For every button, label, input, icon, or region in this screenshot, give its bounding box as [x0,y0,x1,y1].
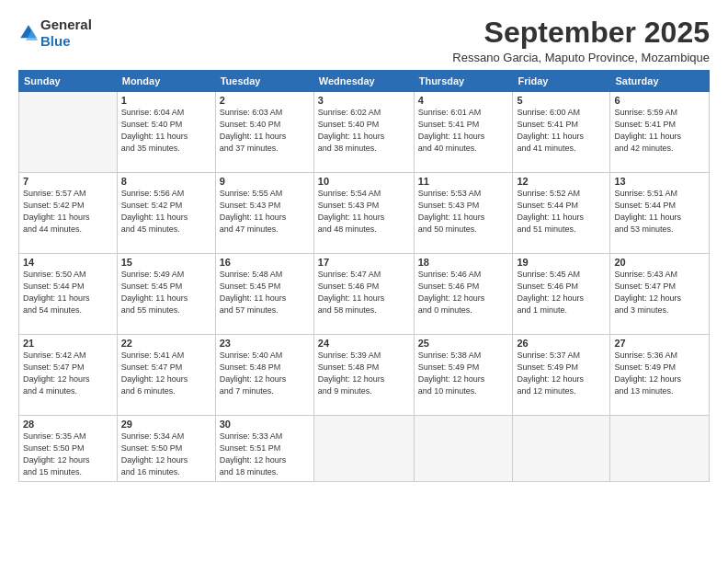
day-number: 20 [614,257,705,268]
day-info: Sunrise: 5:57 AM Sunset: 5:42 PM Dayligh… [23,188,113,236]
day-info: Sunrise: 5:51 AM Sunset: 5:44 PM Dayligh… [614,188,705,236]
day-number: 17 [318,257,410,268]
col-saturday: Saturday [610,71,710,92]
table-row: 19Sunrise: 5:45 AM Sunset: 5:46 PM Dayli… [513,254,610,335]
table-row: 24Sunrise: 5:39 AM Sunset: 5:48 PM Dayli… [313,335,414,416]
day-number: 12 [517,176,606,187]
day-number: 24 [318,338,410,349]
col-friday: Friday [513,71,610,92]
day-info: Sunrise: 5:41 AM Sunset: 5:47 PM Dayligh… [121,350,211,397]
table-row: 8Sunrise: 5:56 AM Sunset: 5:42 PM Daylig… [117,173,215,254]
logo-blue: Blue [40,33,71,49]
col-sunday: Sunday [19,71,118,92]
table-row: 9Sunrise: 5:55 AM Sunset: 5:43 PM Daylig… [215,173,313,254]
table-row: 18Sunrise: 5:46 AM Sunset: 5:46 PM Dayli… [414,254,513,335]
table-row: 22Sunrise: 5:41 AM Sunset: 5:47 PM Dayli… [117,335,215,416]
day-info: Sunrise: 5:50 AM Sunset: 5:44 PM Dayligh… [23,269,113,316]
logo-general: General [40,17,92,32]
day-info: Sunrise: 5:56 AM Sunset: 5:42 PM Dayligh… [121,188,211,236]
col-wednesday: Wednesday [313,71,414,92]
table-row: 25Sunrise: 5:38 AM Sunset: 5:49 PM Dayli… [414,335,513,416]
day-info: Sunrise: 5:33 AM Sunset: 5:51 PM Dayligh… [220,431,310,478]
day-number: 22 [121,338,211,349]
table-row: 7Sunrise: 5:57 AM Sunset: 5:42 PM Daylig… [19,173,118,254]
day-number: 5 [517,95,606,106]
day-info: Sunrise: 5:40 AM Sunset: 5:48 PM Dayligh… [220,350,310,397]
day-info: Sunrise: 5:55 AM Sunset: 5:43 PM Dayligh… [220,188,310,236]
calendar-header-row: Sunday Monday Tuesday Wednesday Thursday… [19,71,710,92]
day-info: Sunrise: 5:49 AM Sunset: 5:45 PM Dayligh… [121,269,211,316]
day-number: 25 [418,338,509,349]
day-info: Sunrise: 6:00 AM Sunset: 5:41 PM Dayligh… [517,107,606,155]
day-number: 16 [220,257,310,268]
month-title: September 2025 [452,17,710,49]
table-row: 23Sunrise: 5:40 AM Sunset: 5:48 PM Dayli… [215,335,313,416]
day-number: 27 [614,338,705,349]
table-row: 15Sunrise: 5:49 AM Sunset: 5:45 PM Dayli… [117,254,215,335]
table-row: 30Sunrise: 5:33 AM Sunset: 5:51 PM Dayli… [215,416,313,482]
location-subtitle: Ressano Garcia, Maputo Province, Mozambi… [452,51,710,64]
day-number: 29 [121,419,211,430]
day-number: 13 [614,176,705,187]
col-monday: Monday [117,71,215,92]
day-info: Sunrise: 6:01 AM Sunset: 5:41 PM Dayligh… [418,107,509,155]
table-row: 20Sunrise: 5:43 AM Sunset: 5:47 PM Dayli… [610,254,710,335]
day-number: 1 [121,95,211,106]
table-row: 10Sunrise: 5:54 AM Sunset: 5:43 PM Dayli… [313,173,414,254]
day-number: 28 [23,419,113,430]
day-info: Sunrise: 5:46 AM Sunset: 5:46 PM Dayligh… [418,269,509,316]
day-info: Sunrise: 5:43 AM Sunset: 5:47 PM Dayligh… [614,269,705,316]
day-number: 9 [220,176,310,187]
header: General Blue September 2025 Ressano Garc… [18,17,710,64]
logo-icon [18,23,39,43]
day-number: 10 [318,176,410,187]
table-row: 29Sunrise: 5:34 AM Sunset: 5:50 PM Dayli… [117,416,215,482]
table-row: 13Sunrise: 5:51 AM Sunset: 5:44 PM Dayli… [610,173,710,254]
col-tuesday: Tuesday [215,71,313,92]
day-info: Sunrise: 5:45 AM Sunset: 5:46 PM Dayligh… [517,269,606,316]
day-info: Sunrise: 6:03 AM Sunset: 5:40 PM Dayligh… [220,107,310,155]
table-row: 1Sunrise: 6:04 AM Sunset: 5:40 PM Daylig… [117,92,215,173]
day-info: Sunrise: 5:35 AM Sunset: 5:50 PM Dayligh… [23,431,113,478]
day-number: 7 [23,176,113,187]
day-number: 18 [418,257,509,268]
day-info: Sunrise: 5:39 AM Sunset: 5:48 PM Dayligh… [318,350,410,397]
calendar-table: Sunday Monday Tuesday Wednesday Thursday… [18,70,710,482]
day-number: 15 [121,257,211,268]
table-row: 6Sunrise: 5:59 AM Sunset: 5:41 PM Daylig… [610,92,710,173]
table-row: 11Sunrise: 5:53 AM Sunset: 5:43 PM Dayli… [414,173,513,254]
day-number: 14 [23,257,113,268]
day-info: Sunrise: 5:53 AM Sunset: 5:43 PM Dayligh… [418,188,509,236]
table-row: 12Sunrise: 5:52 AM Sunset: 5:44 PM Dayli… [513,173,610,254]
title-block: September 2025 Ressano Garcia, Maputo Pr… [452,17,710,64]
table-row [19,92,118,173]
logo: General Blue [18,17,92,50]
table-row: 5Sunrise: 6:00 AM Sunset: 5:41 PM Daylig… [513,92,610,173]
table-row: 2Sunrise: 6:03 AM Sunset: 5:40 PM Daylig… [215,92,313,173]
day-number: 8 [121,176,211,187]
table-row [313,416,414,482]
table-row: 14Sunrise: 5:50 AM Sunset: 5:44 PM Dayli… [19,254,118,335]
table-row: 27Sunrise: 5:36 AM Sunset: 5:49 PM Dayli… [610,335,710,416]
day-number: 2 [220,95,310,106]
page: General Blue September 2025 Ressano Garc… [0,0,728,563]
day-number: 6 [614,95,705,106]
table-row: 26Sunrise: 5:37 AM Sunset: 5:49 PM Dayli… [513,335,610,416]
table-row [513,416,610,482]
table-row: 16Sunrise: 5:48 AM Sunset: 5:45 PM Dayli… [215,254,313,335]
day-number: 4 [418,95,509,106]
day-info: Sunrise: 5:54 AM Sunset: 5:43 PM Dayligh… [318,188,410,236]
day-info: Sunrise: 5:52 AM Sunset: 5:44 PM Dayligh… [517,188,606,236]
table-row [414,416,513,482]
day-number: 23 [220,338,310,349]
table-row: 21Sunrise: 5:42 AM Sunset: 5:47 PM Dayli… [19,335,118,416]
day-info: Sunrise: 5:59 AM Sunset: 5:41 PM Dayligh… [614,107,705,155]
day-number: 21 [23,338,113,349]
day-number: 26 [517,338,606,349]
day-info: Sunrise: 6:04 AM Sunset: 5:40 PM Dayligh… [121,107,211,155]
day-number: 19 [517,257,606,268]
day-number: 30 [220,419,310,430]
col-thursday: Thursday [414,71,513,92]
day-info: Sunrise: 6:02 AM Sunset: 5:40 PM Dayligh… [318,107,410,155]
day-info: Sunrise: 5:47 AM Sunset: 5:46 PM Dayligh… [318,269,410,316]
